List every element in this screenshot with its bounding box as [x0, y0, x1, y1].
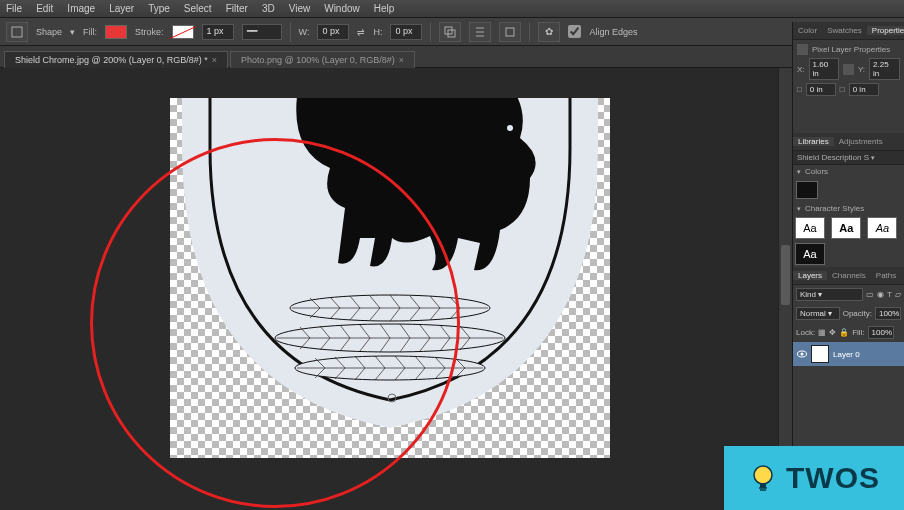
visibility-icon[interactable] — [797, 349, 807, 359]
align-edges-checkbox[interactable] — [568, 25, 581, 38]
scrollbar-vertical[interactable] — [778, 68, 792, 510]
stroke-label: Stroke: — [135, 27, 164, 37]
svg-point-67 — [754, 466, 772, 484]
lock-all-icon[interactable]: 🔒 — [839, 328, 849, 337]
svg-point-7 — [507, 125, 513, 131]
lock-label: Lock: — [796, 328, 815, 337]
tab-layers[interactable]: Layers — [793, 271, 827, 280]
svg-point-66 — [801, 353, 804, 356]
y-icon: Y: — [858, 65, 865, 74]
separator — [290, 22, 291, 42]
watermark-badge: TWOS — [724, 446, 904, 510]
link-icon[interactable] — [843, 64, 853, 75]
menu-filter[interactable]: Filter — [226, 3, 248, 14]
menu-image[interactable]: Image — [67, 3, 95, 14]
align-edges-label: Align Edges — [589, 27, 637, 37]
layer-row[interactable]: Layer 0 — [793, 342, 904, 366]
properties-panel-tabs: Color Swatches Properties — [793, 22, 904, 40]
document-canvas[interactable] — [170, 98, 610, 458]
shape-ellipse-annotation[interactable] — [90, 138, 460, 508]
tab-properties[interactable]: Properties — [867, 26, 904, 35]
menu-select[interactable]: Select — [184, 3, 212, 14]
charstyle-regular[interactable]: Aa — [795, 217, 825, 239]
path-ops-button[interactable] — [439, 22, 461, 42]
align-button[interactable] — [469, 22, 491, 42]
fill-opacity-input[interactable]: 100% — [868, 326, 894, 339]
library-name-select[interactable]: Shield Description S ▾ — [793, 151, 904, 165]
tab-color[interactable]: Color — [793, 26, 822, 35]
width-label: W: — [299, 27, 310, 37]
close-icon[interactable]: × — [212, 55, 217, 65]
tool-mode-label: Shape — [36, 27, 62, 37]
w-input[interactable]: 0 in — [806, 83, 836, 96]
menu-layer[interactable]: Layer — [109, 3, 134, 14]
lib-colors-group[interactable]: ▾Colors — [793, 165, 904, 178]
fill-swatch[interactable] — [105, 25, 127, 39]
filter-icon[interactable]: T — [887, 290, 892, 299]
tool-preset-icon[interactable] — [6, 22, 28, 42]
menu-bar: File Edit Image Layer Type Select Filter… — [0, 0, 904, 18]
x-input[interactable]: 1.60 in — [809, 58, 840, 80]
tab-paths[interactable]: Paths — [871, 271, 901, 280]
lock-position-icon[interactable]: ✥ — [829, 328, 836, 337]
lock-pixels-icon[interactable]: ▦ — [818, 328, 826, 337]
stroke-swatch[interactable] — [172, 25, 194, 39]
height-label: H: — [373, 27, 382, 37]
properties-panel: Pixel Layer Properties X:1.60 in Y:2.25 … — [793, 40, 904, 103]
menu-window[interactable]: Window — [324, 3, 360, 14]
tab-adjustments[interactable]: Adjustments — [834, 137, 888, 146]
arrange-button[interactable] — [499, 22, 521, 42]
h-icon: □ — [840, 85, 845, 94]
libraries-panel: Shield Description S ▾ ▾Colors ▾Characte… — [793, 151, 904, 267]
pixel-layer-icon — [797, 44, 808, 55]
tab-active[interactable]: Shield Chrome.jpg @ 200% (Layer 0, RGB/8… — [4, 51, 228, 68]
menu-file[interactable]: File — [6, 3, 22, 14]
menu-help[interactable]: Help — [374, 3, 395, 14]
filter-icon[interactable]: ▭ — [866, 290, 874, 299]
charstyle-inverse[interactable]: Aa — [795, 243, 825, 265]
lightbulb-icon — [748, 463, 778, 493]
y-input[interactable]: 2.25 in — [869, 58, 900, 80]
link-icon[interactable]: ⇌ — [357, 27, 365, 37]
height-input[interactable]: 0 px — [390, 24, 422, 40]
separator — [529, 22, 530, 42]
stroke-type-select[interactable]: ━━ — [242, 24, 282, 40]
settings-icon[interactable]: ✿ — [538, 22, 560, 42]
menu-3d[interactable]: 3D — [262, 3, 275, 14]
filter-icon[interactable]: ◉ — [877, 290, 884, 299]
layer-name[interactable]: Layer 0 — [833, 350, 860, 359]
tab-swatches[interactable]: Swatches — [822, 26, 867, 35]
menu-edit[interactable]: Edit — [36, 3, 53, 14]
opacity-input[interactable]: 100% — [875, 307, 901, 320]
document-tab-bar: Shield Chrome.jpg @ 200% (Layer 0, RGB/8… — [0, 46, 904, 68]
tab-channels[interactable]: Channels — [827, 271, 871, 280]
width-input[interactable]: 0 px — [317, 24, 349, 40]
layers-panel-tabs: Layers Channels Paths — [793, 267, 904, 285]
close-icon[interactable]: × — [399, 55, 404, 65]
color-swatch-black[interactable] — [796, 181, 818, 199]
libraries-panel-tabs: Libraries Adjustments — [793, 133, 904, 151]
h-input[interactable]: 0 in — [849, 83, 879, 96]
options-bar: Shape ▾ Fill: Stroke: 1 px ━━ W: 0 px ⇌ … — [0, 18, 904, 46]
lib-charstyles-group[interactable]: ▾Character Styles — [793, 202, 904, 215]
menu-view[interactable]: View — [289, 3, 311, 14]
separator — [430, 22, 431, 42]
workspace[interactable] — [0, 68, 792, 510]
svg-rect-6 — [506, 28, 514, 36]
fill-opacity-label: Fill: — [852, 328, 864, 337]
filter-icon[interactable]: ▱ — [895, 290, 901, 299]
charstyle-bold[interactable]: Aa — [831, 217, 861, 239]
tab-title: Shield Chrome.jpg @ 200% (Layer 0, RGB/8… — [15, 55, 208, 65]
menu-type[interactable]: Type — [148, 3, 170, 14]
tab-inactive[interactable]: Photo.png @ 100% (Layer 0, RGB/8#) × — [230, 51, 415, 68]
right-panel-dock: Color Swatches Properties Pixel Layer Pr… — [792, 22, 904, 510]
svg-rect-0 — [12, 27, 22, 37]
opacity-label: Opacity: — [843, 309, 872, 318]
stroke-width-input[interactable]: 1 px — [202, 24, 234, 40]
charstyle-italic[interactable]: Aa — [867, 217, 897, 239]
blend-mode-select[interactable]: Normal ▾ — [796, 307, 840, 320]
w-icon: □ — [797, 85, 802, 94]
tab-libraries[interactable]: Libraries — [793, 137, 834, 146]
layer-filter-select[interactable]: Kind ▾ — [796, 288, 863, 301]
layer-thumbnail — [811, 345, 829, 363]
